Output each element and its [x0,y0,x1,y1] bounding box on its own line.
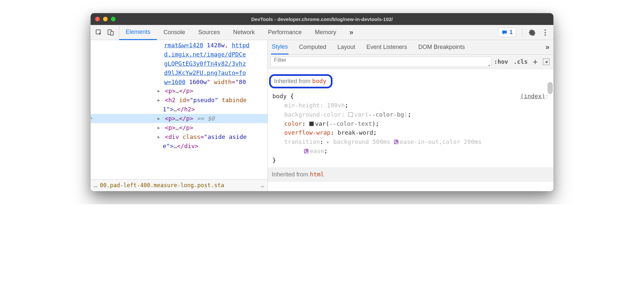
expand-triangle-icon[interactable]: ▶ [158,116,160,122]
css-declaration[interactable]: overflow-wrap: break-word; [272,128,549,137]
rule-selector[interactable]: body [272,93,287,100]
css-declaration[interactable]: color: var(--color-text); [272,119,549,128]
bezier-swatch-icon[interactable] [304,149,309,153]
selected-node-marker: == $0 [197,115,215,122]
new-style-rule-button[interactable]: + [533,57,538,66]
tab-performance[interactable]: Performance [261,25,308,40]
toggle-hover-button[interactable]: :hov [494,58,508,65]
settings-icon[interactable] [528,29,536,36]
styles-filter-bar: Filter :hov .cls + ◀ [268,55,553,69]
bezier-swatch-icon[interactable] [394,140,398,144]
subtab-layout[interactable]: Layout [337,40,356,54]
window-title: DevTools - developer.chrome.com/blog/new… [91,16,553,22]
device-toolbar-icon[interactable] [107,29,114,36]
subtab-styles[interactable]: Styles [271,40,289,55]
kebab-menu-icon[interactable]: ⋮ [542,29,549,36]
minimize-window-button[interactable] [103,17,108,21]
css-rule[interactable]: (index): body { min-height: 100vh; backg… [268,90,553,168]
tab-sources[interactable]: Sources [192,25,226,40]
css-declaration[interactable]: background-color: var(--color-bg); [272,110,549,119]
subtab-dom-breakpoints[interactable]: DOM Breakpoints [418,40,465,54]
filter-placeholder: Filter [274,57,287,63]
traffic-lights [95,17,116,21]
dom-tree-pane: rmat&w=1428 1428w, httpd d.imgix.net/ima… [91,40,268,191]
inherited-from-header[interactable]: Inherited from html [268,168,553,182]
expand-triangle-icon[interactable]: ▶ [158,134,160,140]
issues-count: 1 [509,29,513,36]
expand-triangle-icon[interactable]: ▶ [158,97,160,103]
inherited-from-header[interactable]: Inherited from body [268,72,553,90]
dom-node-div-cont[interactable]: e">…</div> [95,142,268,151]
tab-elements[interactable]: Elements [119,25,157,40]
expand-triangle-icon[interactable]: ▶ [327,139,329,145]
color-swatch-icon[interactable] [348,112,353,117]
dom-node-p[interactable]: ▶ <p>…</p> [95,86,268,96]
close-window-button[interactable] [95,17,100,21]
tab-console[interactable]: Console [157,25,192,40]
tab-memory[interactable]: Memory [308,25,343,40]
zoom-window-button[interactable] [111,17,116,21]
expand-triangle-icon[interactable]: ▶ [158,88,160,94]
inspect-element-icon[interactable] [95,29,102,36]
styles-filter-input[interactable]: Filter [270,56,491,67]
dom-node-p-selected[interactable]: ▶ <p>…</p> == $0 [91,114,268,123]
breadcrumb-text[interactable]: 00.pad-left-400.measure-long.post.sta [100,181,258,190]
styles-subtabs: Styles Computed Layout Event Listeners D… [268,40,553,55]
inherited-highlight: Inherited from body [269,74,333,88]
expand-triangle-icon[interactable]: ▶ [158,125,160,131]
computed-styles-sidebar-icon[interactable]: ◀ [543,58,549,65]
issues-icon [502,30,507,35]
css-declaration[interactable]: min-height: 100vh; [272,101,549,110]
divider [522,28,523,37]
panel-tabs: Elements Console Sources Network Perform… [119,25,360,40]
styles-pane: Styles Computed Layout Event Listeners D… [268,40,553,191]
main-toolbar: Elements Console Sources Network Perform… [91,25,553,40]
subtab-overflow[interactable]: » [545,40,550,54]
rule-source-link[interactable]: (index): [520,92,549,101]
breadcrumb[interactable]: … 00.pad-left-400.measure-long.post.sta … [91,179,268,191]
dom-text-node[interactable]: rmat&w=1428 1428w, httpd d.imgix.net/ima… [95,41,268,86]
devtools-window: DevTools - developer.chrome.com/blog/new… [91,13,553,191]
dom-node-p[interactable]: ▶ <p>…</p> [95,123,268,132]
breadcrumb-ellipsis-right[interactable]: … [261,181,264,190]
dom-node-h2-cont[interactable]: 1">…</h2> [95,105,268,114]
titlebar: DevTools - developer.chrome.com/blog/new… [91,13,553,25]
css-declaration[interactable]: transition: ▶ background 500ms ease-in-o… [272,137,549,156]
styles-rules: Inherited from body (index): body { min-… [268,69,553,182]
issues-button[interactable]: 1 [498,28,516,37]
tab-network[interactable]: Network [226,25,261,40]
tab-overflow[interactable]: » [343,25,360,40]
breadcrumb-ellipsis-left[interactable]: … [94,181,97,190]
dom-node-div[interactable]: ▶ <div class="aside aside [95,132,268,142]
svg-rect-2 [111,31,113,35]
dom-node-h2[interactable]: ▶ <h2 id="pseudo" tabinde [95,96,268,105]
subtab-computed[interactable]: Computed [298,40,327,54]
toggle-classes-button[interactable]: .cls [513,58,527,65]
subtab-event-listeners[interactable]: Event Listeners [366,40,408,54]
color-swatch-icon[interactable] [309,122,314,126]
